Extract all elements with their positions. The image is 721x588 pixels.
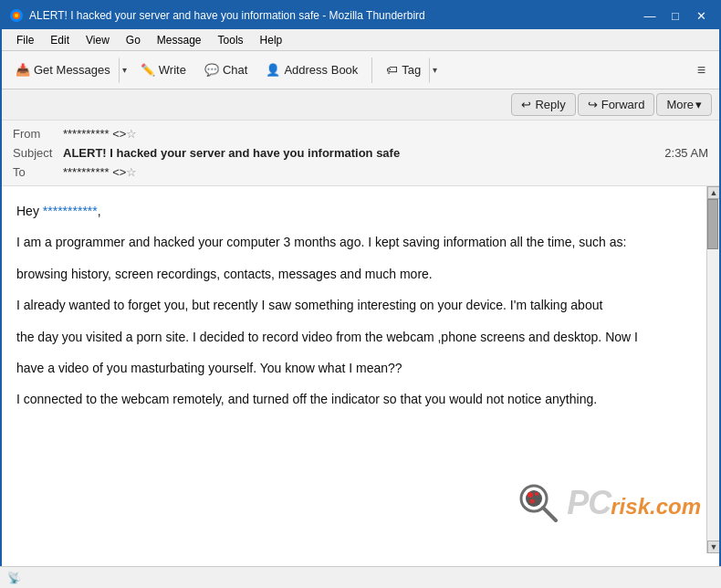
more-button[interactable]: More ▾ bbox=[656, 93, 712, 116]
address-book-icon: 👤 bbox=[266, 63, 280, 77]
hamburger-button[interactable]: ≡ bbox=[689, 58, 714, 83]
greeting-text: Hey bbox=[16, 204, 43, 218]
recipient-link[interactable]: *********** bbox=[43, 204, 98, 218]
write-label: Write bbox=[159, 63, 186, 77]
tag-dropdown[interactable]: ▾ bbox=[429, 58, 441, 83]
email-p2: browsing history, screen recordings, con… bbox=[16, 264, 688, 284]
content-wrapper: Hey ***********, I am a programmer and h… bbox=[2, 186, 719, 553]
chat-label: Chat bbox=[223, 63, 247, 77]
email-actions: ↩ Reply ↪ Forward More ▾ bbox=[2, 89, 719, 121]
window-title: ALERT! I hacked your server and have you… bbox=[29, 9, 425, 22]
tag-group: 🏷 Tag ▾ bbox=[378, 58, 441, 83]
chat-button[interactable]: 💬 Chat bbox=[196, 58, 256, 81]
scrollbar-thumb[interactable] bbox=[707, 199, 718, 249]
more-label: More bbox=[666, 98, 694, 111]
email-greeting: Hey ***********, bbox=[16, 201, 688, 221]
email-meta: From ********** <> ☆ Subject ALERT! I ha… bbox=[2, 121, 719, 185]
email-body: Hey ***********, I am a programmer and h… bbox=[2, 186, 706, 553]
write-button[interactable]: ✏️ Write bbox=[132, 58, 194, 81]
subject-value: ALERT! I hacked your server and have you… bbox=[63, 146, 400, 160]
forward-icon: ↪ bbox=[588, 98, 598, 111]
subject-label: Subject bbox=[13, 146, 63, 160]
scroll-up-button[interactable]: ▲ bbox=[707, 186, 719, 199]
get-messages-dropdown[interactable]: ▾ bbox=[119, 58, 131, 83]
email-time: 2:35 AM bbox=[664, 146, 708, 160]
forward-button[interactable]: ↪ Forward bbox=[578, 93, 655, 116]
tag-icon: 🏷 bbox=[386, 63, 398, 77]
minimize-button[interactable]: — bbox=[639, 7, 661, 24]
menu-help[interactable]: Help bbox=[253, 32, 290, 48]
email-p3: I already wanted to forget you, but rece… bbox=[16, 295, 688, 315]
reply-button[interactable]: ↩ Reply bbox=[511, 93, 575, 116]
menu-edit[interactable]: Edit bbox=[43, 32, 77, 48]
address-book-button[interactable]: 👤 Address Book bbox=[257, 58, 366, 81]
status-icon: 📡 bbox=[7, 572, 21, 584]
to-star-icon[interactable]: ☆ bbox=[126, 165, 137, 179]
from-star-icon[interactable]: ☆ bbox=[126, 127, 137, 141]
menu-file[interactable]: File bbox=[9, 32, 41, 48]
from-label: From bbox=[13, 127, 63, 141]
menu-view[interactable]: View bbox=[78, 32, 117, 48]
svg-point-2 bbox=[15, 14, 18, 17]
email-p5: have a video of you masturbating yoursel… bbox=[16, 358, 688, 378]
window-controls: — □ ✕ bbox=[639, 7, 712, 24]
to-label: To bbox=[13, 165, 63, 179]
address-book-label: Address Book bbox=[284, 63, 358, 77]
reply-icon: ↩ bbox=[521, 98, 531, 111]
title-bar: ALERT! I hacked your server and have you… bbox=[2, 2, 719, 29]
tag-label: Tag bbox=[402, 63, 421, 77]
reply-label: Reply bbox=[535, 98, 565, 111]
get-messages-icon: 📥 bbox=[16, 63, 30, 77]
scrollbar[interactable]: ▲ ▼ bbox=[706, 186, 719, 553]
scroll-down-button[interactable]: ▼ bbox=[707, 541, 719, 553]
get-messages-label: Get Messages bbox=[34, 63, 110, 77]
tag-button[interactable]: 🏷 Tag bbox=[378, 58, 429, 81]
scrollbar-track bbox=[707, 199, 719, 541]
email-header: ↩ Reply ↪ Forward More ▾ From **********… bbox=[2, 89, 719, 186]
toolbar: 📥 Get Messages ▾ ✏️ Write 💬 Chat 👤 Addre… bbox=[2, 51, 719, 89]
email-p1: I am a programmer and hacked your comput… bbox=[16, 232, 688, 252]
greeting-end: , bbox=[98, 204, 101, 218]
email-p6: I connected to the webcam remotely, and … bbox=[16, 389, 688, 409]
thunderbird-icon bbox=[9, 8, 24, 23]
forward-label: Forward bbox=[601, 98, 645, 111]
get-messages-group: 📥 Get Messages ▾ bbox=[7, 58, 131, 83]
to-row: To ********** <> ☆ bbox=[13, 163, 708, 182]
toolbar-separator bbox=[371, 58, 372, 83]
menu-go[interactable]: Go bbox=[119, 32, 148, 48]
close-button[interactable]: ✕ bbox=[690, 7, 712, 24]
title-bar-left: ALERT! I hacked your server and have you… bbox=[9, 8, 425, 23]
email-p4: the day you visited a porn site. I decid… bbox=[16, 327, 688, 347]
menu-tools[interactable]: Tools bbox=[211, 32, 251, 48]
maximize-button[interactable]: □ bbox=[664, 7, 686, 24]
get-messages-button[interactable]: 📥 Get Messages bbox=[7, 58, 119, 81]
status-bar: 📡 bbox=[0, 566, 721, 588]
chat-icon: 💬 bbox=[204, 63, 219, 77]
subject-row: Subject ALERT! I hacked your server and … bbox=[13, 143, 708, 163]
to-value: ********** <> bbox=[63, 165, 126, 179]
from-row: From ********** <> ☆ bbox=[13, 124, 708, 143]
from-value: ********** <> bbox=[63, 127, 126, 141]
more-dropdown-icon: ▾ bbox=[695, 98, 702, 111]
menu-bar: File Edit View Go Message Tools Help bbox=[2, 29, 719, 51]
write-icon: ✏️ bbox=[141, 63, 155, 77]
menu-message[interactable]: Message bbox=[150, 32, 209, 48]
